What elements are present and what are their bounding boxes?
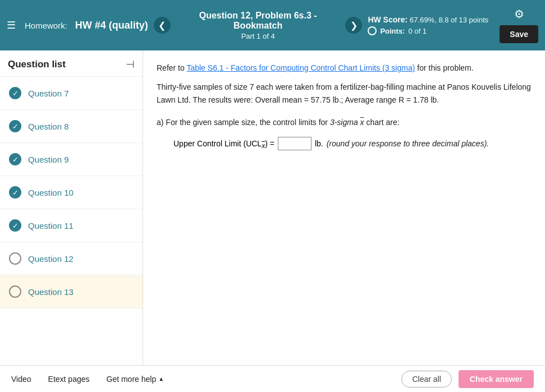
question-9-label: Question 9 — [28, 155, 69, 164]
table-link[interactable]: Table S6.1 - Factors for Computing Contr… — [186, 63, 415, 72]
sidebar-item-question-7[interactable]: ✓ Question 7 — [0, 77, 143, 110]
main-layout: Question list ⊣ ✓ Question 7 ✓ Question … — [0, 50, 545, 365]
circle-icon-q13 — [9, 285, 21, 298]
header: ☰ Homework: HW #4 (quality) ❮ Question 1… — [0, 0, 545, 50]
sidebar-item-question-9[interactable]: ✓ Question 9 — [0, 143, 143, 176]
sidebar-item-question-13[interactable]: Question 13 — [0, 275, 143, 308]
sidebar-item-question-10[interactable]: ✓ Question 10 — [0, 176, 143, 209]
sidebar-title: Question list — [8, 59, 66, 70]
footer: Video Etext pages Get more help ▲ Clear … — [0, 365, 545, 392]
gear-button[interactable]: ⚙ — [514, 7, 524, 21]
save-button[interactable]: Save — [500, 25, 538, 43]
part-label: Part 1 of 4 — [241, 32, 275, 40]
hw-score-row: HW Score: 67.69%, 8.8 of 13 points — [368, 15, 488, 24]
check-icon-q7: ✓ — [9, 87, 21, 99]
check-icon-q11: ✓ — [9, 219, 21, 232]
sidebar-list: ✓ Question 7 ✓ Question 8 ✓ Question 9 ✓… — [0, 77, 143, 361]
ucl-input[interactable] — [278, 137, 312, 150]
question-11-label: Question 11 — [28, 221, 74, 230]
question-7-label: Question 7 — [28, 89, 69, 98]
sidebar-collapse-button[interactable]: ⊣ — [126, 58, 135, 71]
ucl-row: Upper Control Limit (UCLx) = lb. (round … — [173, 137, 532, 150]
hw-score-label: HW Score: — [368, 15, 407, 24]
ucl-hint: (round your response to three decimal pl… — [327, 139, 489, 148]
content-area: Refer to Table S6.1 - Factors for Comput… — [143, 50, 545, 365]
points-value: 0 of 1 — [408, 27, 427, 35]
sidebar-item-question-11[interactable]: ✓ Question 11 — [0, 209, 143, 242]
clear-all-button[interactable]: Clear all — [401, 371, 451, 388]
check-icon-q8: ✓ — [9, 120, 21, 132]
question-title: Question 12, Problem 6s.3 - Bookmatch — [176, 11, 340, 31]
score-area: HW Score: 67.69%, 8.8 of 13 points Point… — [368, 15, 488, 35]
points-row: Points: 0 of 1 — [368, 26, 427, 35]
question-13-label: Question 13 — [28, 287, 74, 297]
intro-after-link: for this problem. — [415, 63, 473, 72]
sidebar-item-question-8[interactable]: ✓ Question 8 — [0, 110, 143, 143]
next-question-button[interactable]: ❯ — [345, 17, 362, 34]
etext-pages-link[interactable]: Etext pages — [48, 375, 90, 384]
ucl-unit: lb. — [315, 139, 323, 148]
get-more-help-label: Get more help — [107, 375, 157, 384]
question-8-label: Question 8 — [28, 122, 69, 131]
question-title-area: Question 12, Problem 6s.3 - Bookmatch Pa… — [176, 11, 340, 40]
ucl-label: Upper Control Limit (UCLx) = — [173, 139, 274, 150]
part-description: a) For the given sample size, the contro… — [157, 113, 532, 128]
header-actions: ⚙ Save — [500, 7, 538, 43]
prev-question-button[interactable]: ❮ — [154, 17, 171, 34]
sidebar: Question list ⊣ ✓ Question 7 ✓ Question … — [0, 50, 143, 365]
problem-description: Thirty-five samples of size 7 each were … — [157, 81, 532, 106]
question-10-label: Question 10 — [28, 188, 74, 197]
homework-label: Homework: — [25, 21, 67, 30]
footer-right: Clear all Check answer — [401, 370, 534, 388]
intro-before-link: Refer to — [157, 63, 186, 72]
problem-intro: Refer to Table S6.1 - Factors for Comput… — [157, 62, 532, 74]
caret-up-icon: ▲ — [158, 376, 164, 382]
points-label: Points: — [380, 27, 405, 35]
sidebar-item-question-12[interactable]: Question 12 — [0, 242, 143, 275]
points-circle-icon — [368, 26, 377, 35]
check-icon-q9: ✓ — [9, 153, 21, 165]
video-link[interactable]: Video — [11, 375, 31, 384]
circle-icon-q12 — [9, 252, 21, 265]
check-answer-button[interactable]: Check answer — [459, 370, 534, 388]
menu-icon[interactable]: ☰ — [7, 19, 16, 31]
sidebar-header: Question list ⊣ — [0, 50, 143, 77]
get-more-help-link[interactable]: Get more help ▲ — [107, 375, 164, 384]
homework-name: HW #4 (quality) — [75, 20, 148, 31]
question-12-label: Question 12 — [28, 254, 74, 264]
hw-score-value: 67.69%, 8.8 of 13 points — [410, 16, 488, 24]
check-icon-q10: ✓ — [9, 186, 21, 199]
